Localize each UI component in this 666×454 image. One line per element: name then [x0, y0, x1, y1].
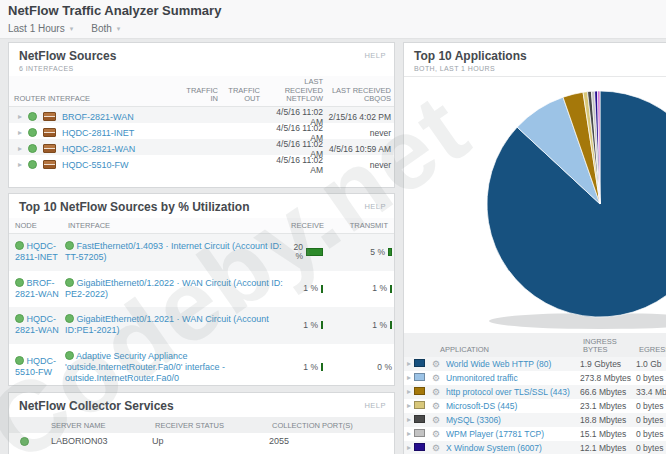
- last-cbqos-value: never: [326, 160, 394, 170]
- router-icon: [43, 144, 56, 153]
- egress-value: 33.4 Mb: [636, 387, 666, 397]
- pie-chart-svg[interactable]: [404, 76, 666, 334]
- transmit-percent: 1 %: [372, 284, 387, 293]
- time-range-dropdown[interactable]: Last 1 Hours ▾: [8, 23, 73, 34]
- interface-link[interactable]: Adaptive Security Appliance 'outside.Int…: [65, 351, 225, 384]
- application-link[interactable]: World Wide Web HTTP (80): [446, 359, 580, 369]
- col-transmit: TRANSMIT: [327, 218, 394, 233]
- col-egress-bytes: EGRESS BYTES: [636, 333, 666, 357]
- table-row: ▸HQDC-2811-INET 4/5/16 11:02 AM never: [9, 123, 394, 139]
- top-sources-utilization-panel: Top 10 NetFlow Sources by % Utilization …: [8, 193, 395, 386]
- top-sources-rows: HQDC-2811-INET FastEthernet0/1.4093 · In…: [9, 234, 394, 391]
- table-row: ▸HQDC-2821-WAN 4/5/16 11:02 AM 4/5/16 10…: [9, 139, 394, 155]
- gear-icon[interactable]: ⚙: [432, 402, 446, 411]
- status-up-icon: [28, 128, 37, 137]
- ingress-value: 66.6 Mbytes: [580, 387, 636, 397]
- legend-rows: ▸ ⚙ World Wide Web HTTP (80) 1.9 Gbytes …: [404, 357, 666, 454]
- application-link[interactable]: Unmonitored traffic: [446, 373, 580, 383]
- transmit-bar: [388, 248, 392, 256]
- interface-link[interactable]: GigabitEthernet0/1.2022 · WAN Circuit (A…: [65, 278, 283, 299]
- ingress-value: 12.1 Mbytes: [580, 443, 636, 453]
- table-header: ROUTER INTERFACE TRAFFIC IN TRAFFIC OUT …: [9, 76, 394, 107]
- expand-chevron-icon[interactable]: ▸: [18, 129, 22, 137]
- panel-title: NetFlow Sources: [19, 49, 384, 63]
- application-link[interactable]: X Window System (6007): [446, 443, 580, 453]
- legend-row: ▸ ⚙ X Window System (6007) 12.1 Mbytes 0…: [404, 441, 666, 454]
- expand-chevron-icon[interactable]: ▸: [404, 402, 414, 410]
- expand-chevron-icon[interactable]: ▸: [404, 416, 414, 424]
- expand-chevron-icon[interactable]: ▸: [18, 145, 22, 153]
- gear-icon[interactable]: ⚙: [432, 360, 446, 369]
- egress-value: 0 bytes: [636, 443, 666, 453]
- col-receive: RECEIVE: [287, 218, 327, 233]
- panel-title: NetFlow Collector Services: [19, 399, 384, 413]
- expand-chevron-icon[interactable]: ▸: [404, 388, 414, 396]
- chevron-down-icon: ▾: [117, 25, 121, 33]
- last-netflow-value: 4/5/16 11:02 AM: [263, 155, 326, 175]
- flow-direction-value: Both: [91, 23, 112, 34]
- time-range-value: Last 1 Hours: [8, 23, 65, 34]
- collection-ports: 2055: [269, 436, 394, 446]
- expand-chevron-icon[interactable]: ▸: [18, 161, 22, 169]
- interface-link[interactable]: HQDC-2811-INET: [62, 128, 134, 138]
- receive-percent: 1 %: [303, 321, 318, 330]
- legend-swatch: [414, 443, 425, 451]
- gear-icon[interactable]: ⚙: [432, 388, 446, 397]
- applications-legend: APPLICATION INGRESS BYTES EGRESS BYTES ▸…: [404, 333, 666, 454]
- application-link[interactable]: WPM Player (17781 TCP): [446, 429, 580, 439]
- expand-chevron-icon[interactable]: ▸: [18, 113, 22, 121]
- legend-row: ▸ ⚙ Microsoft-DS (445) 23.1 Mbytes 0 byt…: [404, 399, 666, 413]
- interface-link[interactable]: BROF-2821-WAN: [62, 112, 134, 122]
- col-ingress-bytes: INGRESS BYTES: [580, 333, 636, 357]
- table-row: ▸HQDC-5510-FW 4/5/16 11:02 AM never: [9, 155, 394, 171]
- ingress-value: 273.8 Mbytes: [580, 373, 636, 383]
- receive-percent: 20 %: [287, 243, 303, 261]
- help-link[interactable]: HELP: [364, 202, 386, 211]
- panel-subtitle: BOTH, LAST 1 HOURS: [414, 65, 666, 72]
- table-row: HQDC-5510-FW Adaptive Security Appliance…: [9, 344, 394, 392]
- gear-icon[interactable]: ⚙: [432, 430, 446, 439]
- router-icon: [43, 128, 56, 137]
- egress-value: 0 bytes: [636, 401, 666, 411]
- ingress-value: 23.1 Mbytes: [580, 401, 636, 411]
- legend-row: ▸ ⚙ MySQL (3306) 18.8 Mbytes 0 bytes: [404, 413, 666, 427]
- table-row: HQDC-2811-INET FastEthernet0/1.4093 · In…: [9, 234, 394, 271]
- receiver-status: Up: [152, 436, 269, 446]
- expand-chevron-icon[interactable]: ▸: [404, 360, 414, 368]
- interface-link[interactable]: HQDC-5510-FW: [62, 160, 129, 170]
- help-link[interactable]: HELP: [364, 401, 386, 410]
- receive-bar: [321, 285, 323, 293]
- server-name: LABORION03: [39, 436, 152, 446]
- interface-link[interactable]: GigabitEthernet0/1.2021 · WAN Circuit (A…: [65, 314, 269, 335]
- gear-icon[interactable]: ⚙: [432, 444, 446, 453]
- col-last-cbqos: LAST RECEIVED CBQOS: [326, 76, 394, 106]
- status-up-icon: [28, 112, 37, 121]
- col-collection-ports: COLLECTION PORT(S): [269, 417, 394, 433]
- help-link[interactable]: HELP: [364, 51, 386, 60]
- application-link[interactable]: http protocol over TLS/SSL (443): [446, 387, 580, 397]
- col-router: ROUTER: [9, 76, 45, 106]
- status-up-icon: [15, 314, 24, 323]
- table-header: APPLICATION INGRESS BYTES EGRESS BYTES: [404, 333, 666, 357]
- last-cbqos-value: never: [326, 128, 394, 138]
- flow-direction-dropdown[interactable]: Both ▾: [91, 23, 120, 34]
- gear-icon[interactable]: ⚙: [432, 416, 446, 425]
- panel-subtitle: 6 INTERFACES: [19, 65, 384, 72]
- interface-link[interactable]: FastEthernet0/1.4093 · Internet Circuit …: [65, 241, 282, 262]
- expand-chevron-icon[interactable]: ▸: [404, 374, 414, 382]
- transmit-bar: [390, 321, 392, 329]
- legend-swatch: [414, 429, 425, 437]
- expand-chevron-icon[interactable]: ▸: [404, 444, 414, 452]
- egress-value: 1.0 Gb: [636, 359, 666, 369]
- applications-pie-chart[interactable]: [404, 76, 666, 334]
- status-up-icon: [65, 351, 74, 360]
- egress-value: 0 bytes: [636, 373, 666, 383]
- gear-icon[interactable]: ⚙: [432, 374, 446, 383]
- application-link[interactable]: MySQL (3306): [446, 415, 580, 425]
- expand-chevron-icon[interactable]: ▸: [404, 430, 414, 438]
- panel-title: Top 10 NetFlow Sources by % Utilization: [19, 200, 384, 214]
- interface-link[interactable]: HQDC-2821-WAN: [62, 144, 135, 154]
- status-up-icon: [20, 437, 29, 446]
- panel-title: Top 10 Applications: [414, 49, 666, 63]
- application-link[interactable]: Microsoft-DS (445): [446, 401, 580, 411]
